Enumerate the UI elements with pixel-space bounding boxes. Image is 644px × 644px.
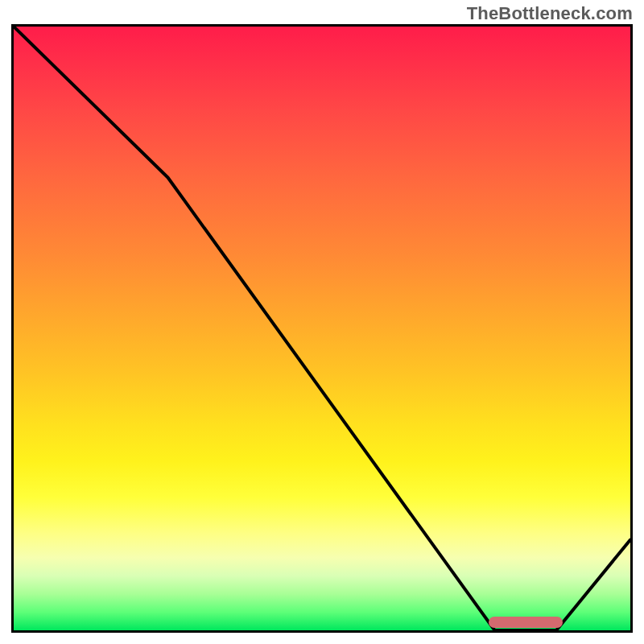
chart-container: TheBottleneck.com	[0, 0, 644, 644]
watermark-text: TheBottleneck.com	[467, 3, 633, 24]
curve-polyline	[14, 27, 630, 630]
bottleneck-curve	[14, 27, 630, 630]
plot-frame	[11, 24, 633, 633]
target-range-marker	[489, 617, 563, 628]
